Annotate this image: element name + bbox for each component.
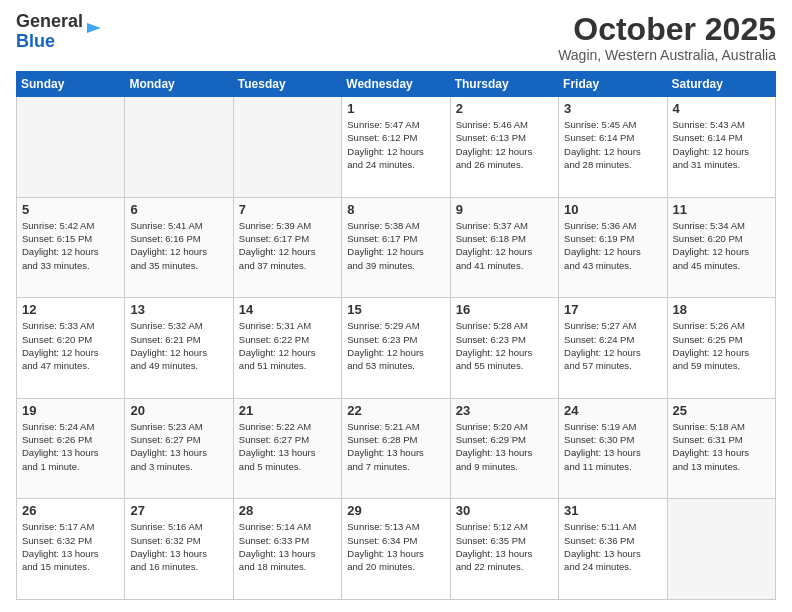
calendar-cell: 17Sunrise: 5:27 AM Sunset: 6:24 PM Dayli…	[559, 298, 667, 399]
calendar-cell: 19Sunrise: 5:24 AM Sunset: 6:26 PM Dayli…	[17, 398, 125, 499]
calendar-cell: 21Sunrise: 5:22 AM Sunset: 6:27 PM Dayli…	[233, 398, 341, 499]
day-number: 8	[347, 202, 444, 217]
day-info: Sunrise: 5:21 AM Sunset: 6:28 PM Dayligh…	[347, 420, 444, 473]
day-info: Sunrise: 5:23 AM Sunset: 6:27 PM Dayligh…	[130, 420, 227, 473]
calendar-cell: 24Sunrise: 5:19 AM Sunset: 6:30 PM Dayli…	[559, 398, 667, 499]
day-info: Sunrise: 5:26 AM Sunset: 6:25 PM Dayligh…	[673, 319, 770, 372]
calendar-cell	[17, 97, 125, 198]
day-info: Sunrise: 5:22 AM Sunset: 6:27 PM Dayligh…	[239, 420, 336, 473]
day-info: Sunrise: 5:38 AM Sunset: 6:17 PM Dayligh…	[347, 219, 444, 272]
day-header-saturday: Saturday	[667, 72, 775, 97]
day-info: Sunrise: 5:43 AM Sunset: 6:14 PM Dayligh…	[673, 118, 770, 171]
day-number: 7	[239, 202, 336, 217]
day-header-thursday: Thursday	[450, 72, 558, 97]
header: General Blue October 2025 Wagin, Western…	[16, 12, 776, 63]
calendar-cell: 27Sunrise: 5:16 AM Sunset: 6:32 PM Dayli…	[125, 499, 233, 600]
calendar-cell: 31Sunrise: 5:11 AM Sunset: 6:36 PM Dayli…	[559, 499, 667, 600]
day-number: 14	[239, 302, 336, 317]
day-info: Sunrise: 5:19 AM Sunset: 6:30 PM Dayligh…	[564, 420, 661, 473]
day-number: 15	[347, 302, 444, 317]
day-info: Sunrise: 5:39 AM Sunset: 6:17 PM Dayligh…	[239, 219, 336, 272]
calendar-cell: 2Sunrise: 5:46 AM Sunset: 6:13 PM Daylig…	[450, 97, 558, 198]
day-number: 26	[22, 503, 119, 518]
svg-marker-0	[87, 23, 101, 33]
day-number: 10	[564, 202, 661, 217]
day-info: Sunrise: 5:45 AM Sunset: 6:14 PM Dayligh…	[564, 118, 661, 171]
calendar-cell: 1Sunrise: 5:47 AM Sunset: 6:12 PM Daylig…	[342, 97, 450, 198]
day-number: 24	[564, 403, 661, 418]
day-number: 9	[456, 202, 553, 217]
calendar-cell: 16Sunrise: 5:28 AM Sunset: 6:23 PM Dayli…	[450, 298, 558, 399]
calendar-cell: 30Sunrise: 5:12 AM Sunset: 6:35 PM Dayli…	[450, 499, 558, 600]
day-info: Sunrise: 5:32 AM Sunset: 6:21 PM Dayligh…	[130, 319, 227, 372]
day-info: Sunrise: 5:41 AM Sunset: 6:16 PM Dayligh…	[130, 219, 227, 272]
day-info: Sunrise: 5:47 AM Sunset: 6:12 PM Dayligh…	[347, 118, 444, 171]
day-info: Sunrise: 5:20 AM Sunset: 6:29 PM Dayligh…	[456, 420, 553, 473]
calendar-cell: 18Sunrise: 5:26 AM Sunset: 6:25 PM Dayli…	[667, 298, 775, 399]
day-number: 16	[456, 302, 553, 317]
calendar-cell: 26Sunrise: 5:17 AM Sunset: 6:32 PM Dayli…	[17, 499, 125, 600]
day-header-tuesday: Tuesday	[233, 72, 341, 97]
day-info: Sunrise: 5:13 AM Sunset: 6:34 PM Dayligh…	[347, 520, 444, 573]
day-info: Sunrise: 5:46 AM Sunset: 6:13 PM Dayligh…	[456, 118, 553, 171]
day-header-wednesday: Wednesday	[342, 72, 450, 97]
day-number: 22	[347, 403, 444, 418]
logo: General Blue	[16, 12, 103, 52]
day-number: 4	[673, 101, 770, 116]
day-info: Sunrise: 5:28 AM Sunset: 6:23 PM Dayligh…	[456, 319, 553, 372]
day-header-monday: Monday	[125, 72, 233, 97]
day-number: 25	[673, 403, 770, 418]
logo-text: General Blue	[16, 12, 83, 52]
day-number: 27	[130, 503, 227, 518]
calendar-cell: 9Sunrise: 5:37 AM Sunset: 6:18 PM Daylig…	[450, 197, 558, 298]
calendar-cell: 15Sunrise: 5:29 AM Sunset: 6:23 PM Dayli…	[342, 298, 450, 399]
calendar-page: General Blue October 2025 Wagin, Western…	[0, 0, 792, 612]
calendar-cell: 4Sunrise: 5:43 AM Sunset: 6:14 PM Daylig…	[667, 97, 775, 198]
day-number: 20	[130, 403, 227, 418]
calendar-cell: 13Sunrise: 5:32 AM Sunset: 6:21 PM Dayli…	[125, 298, 233, 399]
day-number: 18	[673, 302, 770, 317]
calendar-cell: 29Sunrise: 5:13 AM Sunset: 6:34 PM Dayli…	[342, 499, 450, 600]
calendar-cell: 23Sunrise: 5:20 AM Sunset: 6:29 PM Dayli…	[450, 398, 558, 499]
day-info: Sunrise: 5:33 AM Sunset: 6:20 PM Dayligh…	[22, 319, 119, 372]
day-number: 13	[130, 302, 227, 317]
logo-arrow-icon	[85, 19, 103, 41]
calendar-cell: 22Sunrise: 5:21 AM Sunset: 6:28 PM Dayli…	[342, 398, 450, 499]
day-info: Sunrise: 5:34 AM Sunset: 6:20 PM Dayligh…	[673, 219, 770, 272]
calendar-cell: 20Sunrise: 5:23 AM Sunset: 6:27 PM Dayli…	[125, 398, 233, 499]
day-header-friday: Friday	[559, 72, 667, 97]
day-info: Sunrise: 5:31 AM Sunset: 6:22 PM Dayligh…	[239, 319, 336, 372]
day-number: 6	[130, 202, 227, 217]
calendar-cell: 14Sunrise: 5:31 AM Sunset: 6:22 PM Dayli…	[233, 298, 341, 399]
day-info: Sunrise: 5:36 AM Sunset: 6:19 PM Dayligh…	[564, 219, 661, 272]
day-number: 5	[22, 202, 119, 217]
day-number: 17	[564, 302, 661, 317]
day-number: 29	[347, 503, 444, 518]
day-number: 2	[456, 101, 553, 116]
day-info: Sunrise: 5:42 AM Sunset: 6:15 PM Dayligh…	[22, 219, 119, 272]
day-number: 21	[239, 403, 336, 418]
day-number: 1	[347, 101, 444, 116]
day-header-sunday: Sunday	[17, 72, 125, 97]
calendar-cell: 10Sunrise: 5:36 AM Sunset: 6:19 PM Dayli…	[559, 197, 667, 298]
calendar-cell	[233, 97, 341, 198]
day-info: Sunrise: 5:18 AM Sunset: 6:31 PM Dayligh…	[673, 420, 770, 473]
calendar-cell: 12Sunrise: 5:33 AM Sunset: 6:20 PM Dayli…	[17, 298, 125, 399]
day-number: 23	[456, 403, 553, 418]
day-number: 3	[564, 101, 661, 116]
day-info: Sunrise: 5:27 AM Sunset: 6:24 PM Dayligh…	[564, 319, 661, 372]
day-number: 31	[564, 503, 661, 518]
day-number: 12	[22, 302, 119, 317]
day-info: Sunrise: 5:11 AM Sunset: 6:36 PM Dayligh…	[564, 520, 661, 573]
calendar-cell: 8Sunrise: 5:38 AM Sunset: 6:17 PM Daylig…	[342, 197, 450, 298]
day-number: 28	[239, 503, 336, 518]
day-number: 30	[456, 503, 553, 518]
calendar-cell: 11Sunrise: 5:34 AM Sunset: 6:20 PM Dayli…	[667, 197, 775, 298]
calendar-cell: 3Sunrise: 5:45 AM Sunset: 6:14 PM Daylig…	[559, 97, 667, 198]
calendar-cell	[125, 97, 233, 198]
location: Wagin, Western Australia, Australia	[558, 47, 776, 63]
calendar-cell: 5Sunrise: 5:42 AM Sunset: 6:15 PM Daylig…	[17, 197, 125, 298]
day-info: Sunrise: 5:12 AM Sunset: 6:35 PM Dayligh…	[456, 520, 553, 573]
day-number: 11	[673, 202, 770, 217]
day-info: Sunrise: 5:17 AM Sunset: 6:32 PM Dayligh…	[22, 520, 119, 573]
